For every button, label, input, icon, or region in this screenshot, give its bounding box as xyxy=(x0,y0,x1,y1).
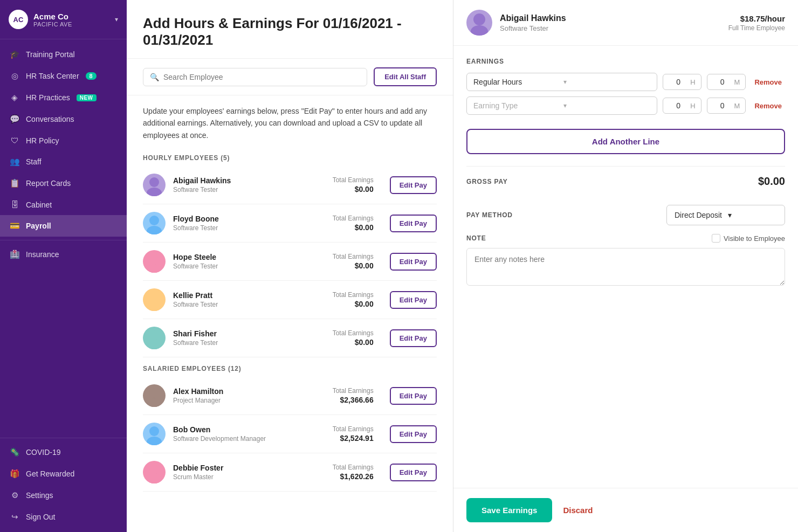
sidebar-divider-bottom xyxy=(0,438,127,438)
chevron-down-icon: ▾ xyxy=(728,211,777,219)
edit-pay-button[interactable]: Edit Pay xyxy=(390,387,437,405)
table-row: Alex Hamilton Project Manager Total Earn… xyxy=(143,377,437,415)
earnings-value: $0.00 xyxy=(333,261,374,270)
search-input[interactable] xyxy=(163,73,360,81)
add-another-line-button[interactable]: Add Another Line xyxy=(466,129,785,154)
earning-type-label-1: Regular Hours xyxy=(473,78,560,86)
pay-method-row: PAY METHOD Direct Deposit ▾ xyxy=(466,205,785,225)
earning-type-select-1[interactable]: Regular Hours ▾ xyxy=(466,73,657,91)
sidebar-item-get-rewarded[interactable]: 🎁 Get Rewarded xyxy=(0,463,127,485)
earning-type-select-2[interactable]: Earning Type ▾ xyxy=(466,96,657,115)
svg-point-5 xyxy=(147,264,162,273)
earnings-label: Total Earnings xyxy=(333,215,374,222)
sidebar-item-label: Settings xyxy=(26,491,53,500)
svg-point-17 xyxy=(471,25,488,36)
minutes-field-2[interactable] xyxy=(713,101,732,110)
note-textarea[interactable] xyxy=(466,248,785,286)
edit-pay-button[interactable]: Edit Pay xyxy=(390,464,437,481)
sidebar-item-conversations[interactable]: 💬 Conversations xyxy=(0,108,127,130)
sidebar-item-training[interactable]: 🎓 Training Portal xyxy=(0,44,127,65)
panel-rate-value: $18.75/hour xyxy=(728,14,785,23)
edit-pay-button[interactable]: Edit Pay xyxy=(390,253,437,271)
employee-list: HOURLY EMPLOYEES (5) Abigail Hawkins Sof… xyxy=(127,147,453,532)
table-row: Kellie Pratt Software Tester Total Earni… xyxy=(143,281,437,319)
panel-footer: Save Earnings Discard xyxy=(453,488,798,532)
earning-type-label-2: Earning Type xyxy=(473,101,560,110)
sidebar-header[interactable]: AC Acme Co PACIFIC AVE ▾ xyxy=(0,0,127,39)
svg-point-10 xyxy=(149,388,159,398)
edit-pay-button[interactable]: Edit Pay xyxy=(390,176,437,194)
minutes-field-1[interactable] xyxy=(713,78,732,86)
edit-pay-button[interactable]: Edit Pay xyxy=(390,329,437,347)
minutes-input-2[interactable]: M xyxy=(707,98,746,114)
svg-point-6 xyxy=(149,292,159,302)
discard-button[interactable]: Discard xyxy=(563,506,593,515)
employee-name: Bob Owen xyxy=(173,425,325,434)
sidebar-item-report-cards[interactable]: 📋 Report Cards xyxy=(0,172,127,194)
employee-role: Software Tester xyxy=(173,224,325,232)
svg-point-2 xyxy=(149,216,159,225)
sidebar-item-label: HR Practices xyxy=(26,93,70,102)
pay-method-select[interactable]: Direct Deposit ▾ xyxy=(666,205,785,225)
avatar xyxy=(143,384,166,407)
edit-pay-button[interactable]: Edit Pay xyxy=(390,425,437,443)
earnings-value: $0.00 xyxy=(333,185,374,194)
avatar xyxy=(143,212,166,234)
employee-role: Software Development Manager xyxy=(173,435,325,443)
sidebar-divider xyxy=(0,240,127,240)
note-section: NOTE Visible to Employee xyxy=(466,234,785,288)
sidebar-item-hr-practices[interactable]: ◈ HR Practices NEW xyxy=(0,87,127,108)
table-row: Shari Fisher Software Tester Total Earni… xyxy=(143,319,437,357)
minutes-unit-label: M xyxy=(734,78,740,86)
sidebar-item-insurance[interactable]: 🏥 Insurance xyxy=(0,244,127,265)
earnings-label: Total Earnings xyxy=(333,425,374,433)
employee-name: Abigail Hawkins xyxy=(173,176,325,185)
covid-icon: 🦠 xyxy=(10,447,19,457)
sidebar-item-cabinet[interactable]: 🗄 Cabinet xyxy=(0,194,127,215)
hours-input-1[interactable]: H xyxy=(663,74,701,90)
payroll-icon: 💳 xyxy=(10,221,19,231)
sidebar-item-label: HR Task Center xyxy=(26,72,79,80)
settings-icon: ⚙ xyxy=(10,490,19,500)
employee-role: Project Manager xyxy=(173,397,325,404)
minutes-input-1[interactable]: M xyxy=(707,74,746,90)
svg-point-14 xyxy=(149,465,159,474)
earnings-value: $1,620.26 xyxy=(333,472,374,481)
pay-method-label: PAY METHOD xyxy=(466,211,513,219)
hr-task-badge: 8 xyxy=(86,72,97,80)
svg-point-7 xyxy=(147,302,162,311)
sidebar-nav: 🎓 Training Portal ◎ HR Task Center 8 ◈ H… xyxy=(0,39,127,428)
sidebar-item-settings[interactable]: ⚙ Settings xyxy=(0,485,127,506)
hours-field-1[interactable] xyxy=(669,78,688,86)
description-text: Update your employees' earnings below, p… xyxy=(127,95,453,147)
hours-input-2[interactable]: H xyxy=(663,98,701,114)
earnings-section-label: EARNINGS xyxy=(466,58,785,65)
sidebar-item-covid[interactable]: 🦠 COVID-19 xyxy=(0,441,127,463)
edit-all-staff-button[interactable]: Edit All Staff xyxy=(374,67,437,86)
save-earnings-button[interactable]: Save Earnings xyxy=(466,498,552,522)
svg-point-8 xyxy=(149,330,159,340)
panel-employee-header: Abigail Hawkins Software Tester $18.75/h… xyxy=(453,0,798,46)
reward-icon: 🎁 xyxy=(10,469,19,479)
visible-to-employee-label: Visible to Employee xyxy=(724,234,785,243)
svg-point-3 xyxy=(147,226,162,234)
panel-body: EARNINGS Regular Hours ▾ H M Remove Earn… xyxy=(453,46,798,488)
sidebar-item-hr-policy[interactable]: 🛡 HR Policy xyxy=(0,130,127,151)
sidebar-item-staff[interactable]: 👥 Staff xyxy=(0,151,127,172)
pay-method-section: PAY METHOD Direct Deposit ▾ xyxy=(466,205,785,225)
sidebar-item-sign-out[interactable]: ↪ Sign Out xyxy=(0,506,127,528)
gross-pay-label: GROSS PAY xyxy=(466,178,508,185)
search-input-wrap[interactable]: 🔍 xyxy=(143,68,367,86)
employee-name: Kellie Pratt xyxy=(173,291,325,300)
edit-pay-button[interactable]: Edit Pay xyxy=(390,291,437,309)
visible-to-employee-checkbox[interactable] xyxy=(712,234,720,243)
hours-field-2[interactable] xyxy=(669,101,688,110)
sidebar-item-hr-task[interactable]: ◎ HR Task Center 8 xyxy=(0,65,127,87)
earnings-label: Total Earnings xyxy=(333,291,374,299)
edit-pay-button[interactable]: Edit Pay xyxy=(390,215,437,232)
employee-info: Alex Hamilton Project Manager xyxy=(173,387,325,404)
remove-button-2[interactable]: Remove xyxy=(751,100,785,112)
svg-point-9 xyxy=(147,341,162,349)
remove-button-1[interactable]: Remove xyxy=(751,76,785,88)
sidebar-item-payroll[interactable]: 💳 Payroll xyxy=(0,215,127,237)
